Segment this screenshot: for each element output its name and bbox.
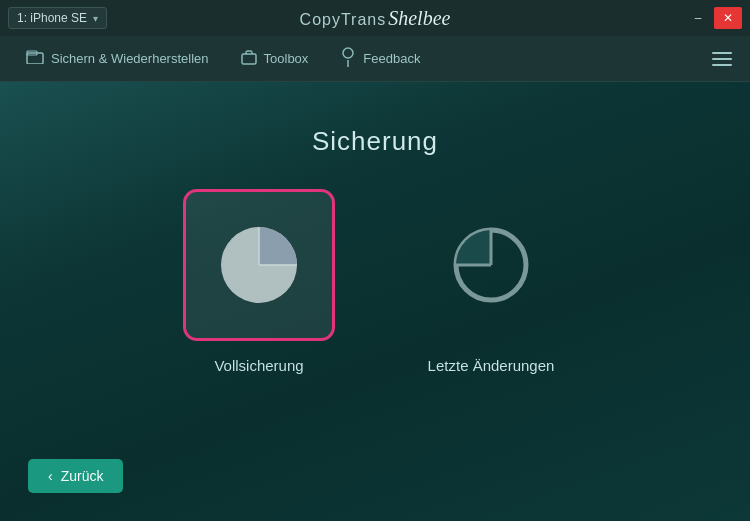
back-label: Zurück	[61, 468, 104, 484]
close-button[interactable]: ✕	[714, 7, 742, 29]
title-bar-right: – ✕	[684, 7, 742, 29]
card-label-letzte-aenderungen: Letzte Änderungen	[428, 357, 555, 374]
nav-label-sichern: Sichern & Wiederherstellen	[51, 51, 209, 66]
nav-bar: Sichern & Wiederherstellen Toolbox Feedb…	[0, 36, 750, 82]
card-label-vollsicherung: Vollsicherung	[214, 357, 303, 374]
title-bar-left: 1: iPhone SE ▾	[8, 7, 107, 29]
cards-row: Vollsicherung Letzte Änderungen	[183, 189, 567, 374]
nav-item-toolbox[interactable]: Toolbox	[227, 43, 323, 75]
hamburger-menu[interactable]	[706, 46, 738, 72]
device-selector[interactable]: 1: iPhone SE ▾	[8, 7, 107, 29]
svg-rect-2	[242, 54, 256, 64]
device-chevron-icon: ▾	[93, 13, 98, 24]
card-box-vollsicherung[interactable]	[183, 189, 335, 341]
app-title-copytrans: CopyTrans	[300, 11, 387, 29]
title-bar: 1: iPhone SE ▾ CopyTrans Shelbee – ✕	[0, 0, 750, 36]
device-name: 1: iPhone SE	[17, 11, 87, 25]
back-button[interactable]: ‹ Zurück	[28, 459, 123, 493]
nav-item-sichern[interactable]: Sichern & Wiederherstellen	[12, 44, 223, 74]
card-letzte-aenderungen[interactable]: Letzte Änderungen	[415, 189, 567, 374]
pie-chart-letzte-aenderungen	[441, 215, 541, 315]
sichern-icon	[26, 50, 44, 68]
nav-item-feedback[interactable]: Feedback	[326, 41, 434, 77]
pie-chart-vollsicherung	[209, 215, 309, 315]
svg-point-3	[343, 48, 353, 58]
toolbox-icon	[241, 49, 257, 69]
title-bar-center: CopyTrans Shelbee	[300, 7, 451, 30]
nav-label-toolbox: Toolbox	[264, 51, 309, 66]
main-content: Sicherung Vollsicherung	[0, 82, 750, 521]
card-vollsicherung[interactable]: Vollsicherung	[183, 189, 335, 374]
app-title-shelbee: Shelbee	[388, 7, 450, 30]
back-arrow-icon: ‹	[48, 468, 53, 484]
nav-label-feedback: Feedback	[363, 51, 420, 66]
feedback-icon	[340, 47, 356, 71]
page-title: Sicherung	[312, 126, 438, 157]
card-box-letzte-aenderungen[interactable]	[415, 189, 567, 341]
minimize-button[interactable]: –	[684, 7, 712, 29]
